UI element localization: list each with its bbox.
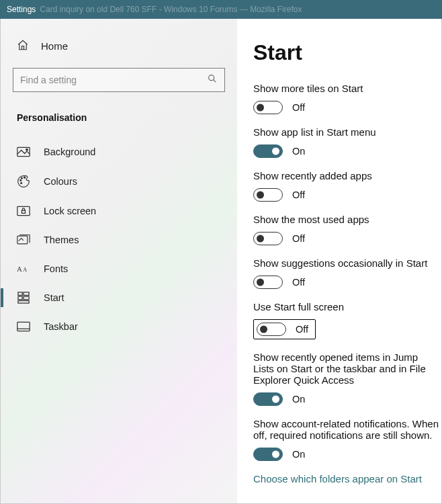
sidebar-item-themes[interactable]: Themes <box>13 225 225 255</box>
sidebar-item-label: Background <box>44 146 95 157</box>
setting-row: Show account-related notifications. When… <box>253 418 441 461</box>
titlebar-background-window: Card inquiry on old Dell 760 SFF - Windo… <box>40 5 302 14</box>
svg-rect-10 <box>17 236 28 244</box>
toggle-switch[interactable] <box>253 392 283 406</box>
titlebar: Settings Card inquiry on old Dell 760 SF… <box>0 0 442 19</box>
toggle-row: Off <box>253 188 441 202</box>
setting-label: Show the most used apps <box>253 214 441 225</box>
fonts-icon: A A <box>17 263 30 274</box>
svg-text:A: A <box>17 265 22 273</box>
svg-point-4 <box>20 179 21 181</box>
svg-point-0 <box>209 75 214 81</box>
start-icon <box>17 292 30 304</box>
toggle-switch[interactable] <box>257 323 286 336</box>
titlebar-app: Settings <box>7 5 36 14</box>
sidebar-item-fonts[interactable]: A A Fonts <box>13 255 225 283</box>
sidebar-category: Personalisation <box>17 112 225 123</box>
toggle-state-text: Off <box>292 277 305 288</box>
toggle-switch[interactable] <box>253 101 283 114</box>
window-content: Home Personalisation Background <box>0 19 442 504</box>
setting-label: Show more tiles on Start <box>253 83 441 94</box>
svg-rect-9 <box>22 210 26 213</box>
choose-folders-link[interactable]: Choose which folders appear on Start <box>253 473 441 485</box>
setting-label: Show recently opened items in Jump Lists… <box>253 351 441 386</box>
setting-row: Show more tiles on StartOff <box>253 83 441 114</box>
settings-list: Show more tiles on StartOffShow app list… <box>253 83 441 461</box>
search-box[interactable] <box>13 68 225 92</box>
toggle-state-text: Off <box>292 233 305 244</box>
toggle-state-text: On <box>292 394 305 405</box>
setting-row: Use Start full screenOff <box>253 301 441 339</box>
svg-rect-16 <box>24 296 29 300</box>
toggle-state-text: On <box>292 449 305 460</box>
sidebar-item-label: Themes <box>44 235 79 245</box>
background-icon <box>17 146 30 157</box>
toggle-row: On <box>253 392 441 406</box>
sidebar-item-label: Taskbar <box>44 321 78 332</box>
setting-label: Show app list in Start menu <box>253 126 441 138</box>
svg-point-3 <box>26 149 28 151</box>
page-title: Start <box>253 40 441 65</box>
toggle-state-text: Off <box>296 324 308 335</box>
toggle-row: Off <box>253 101 441 114</box>
sidebar-item-label: Start <box>44 292 64 303</box>
home-label: Home <box>41 40 68 52</box>
svg-line-1 <box>214 80 216 83</box>
sidebar-nav: Background Colours <box>13 138 225 341</box>
toggle-row: On <box>253 144 441 158</box>
main-panel: Start Show more tiles on StartOffShow ap… <box>237 19 441 503</box>
setting-label: Show recently added apps <box>253 170 441 181</box>
svg-text:A: A <box>23 267 27 273</box>
toggle-switch[interactable] <box>253 188 283 202</box>
toggle-row: Off <box>253 232 441 245</box>
search-icon <box>207 73 218 87</box>
sidebar-item-taskbar[interactable]: Taskbar <box>13 312 225 341</box>
svg-rect-13 <box>18 292 22 296</box>
toggle-row: Off <box>253 276 441 289</box>
svg-point-7 <box>21 183 22 184</box>
toggle-row: On <box>253 448 441 461</box>
svg-rect-18 <box>17 322 30 331</box>
taskbar-icon <box>17 321 30 332</box>
lockscreen-icon <box>17 206 30 216</box>
setting-label: Show account-related notifications. When… <box>253 418 441 441</box>
svg-rect-15 <box>18 296 22 300</box>
setting-row: Show recently opened items in Jump Lists… <box>253 351 441 406</box>
toggle-state-text: Off <box>292 102 305 113</box>
toggle-switch[interactable] <box>253 144 283 158</box>
svg-point-6 <box>24 177 26 178</box>
setting-row: Show recently added appsOff <box>253 170 441 202</box>
sidebar-item-start[interactable]: Start <box>13 283 225 312</box>
sidebar-item-label: Fonts <box>44 263 68 274</box>
toggle-state-text: On <box>292 146 305 157</box>
home-icon <box>17 39 29 53</box>
search-input[interactable] <box>20 75 207 85</box>
svg-rect-14 <box>24 292 29 296</box>
toggle-switch[interactable] <box>253 276 283 289</box>
setting-row: Show suggestions occasionally in StartOf… <box>253 257 441 289</box>
sidebar-item-lockscreen[interactable]: Lock screen <box>13 197 225 225</box>
toggle-switch[interactable] <box>253 448 283 461</box>
setting-row: Show the most used appsOff <box>253 214 441 245</box>
toggle-state-text: Off <box>292 190 305 200</box>
sidebar-item-label: Colours <box>44 176 77 187</box>
setting-label: Use Start full screen <box>253 301 441 312</box>
setting-label: Show suggestions occasionally in Start <box>253 257 441 269</box>
setting-row: Show app list in Start menuOn <box>253 126 441 158</box>
toggle-switch[interactable] <box>253 232 283 245</box>
svg-point-5 <box>21 177 23 179</box>
sidebar-item-colours[interactable]: Colours <box>13 166 225 197</box>
themes-icon <box>17 234 30 246</box>
svg-rect-17 <box>18 301 29 304</box>
colours-icon <box>17 175 30 188</box>
toggle-row: Off <box>253 319 316 339</box>
sidebar-item-label: Lock screen <box>44 206 96 216</box>
sidebar-item-background[interactable]: Background <box>13 138 225 166</box>
home-button[interactable]: Home <box>13 34 225 68</box>
sidebar: Home Personalisation Background <box>1 19 237 503</box>
